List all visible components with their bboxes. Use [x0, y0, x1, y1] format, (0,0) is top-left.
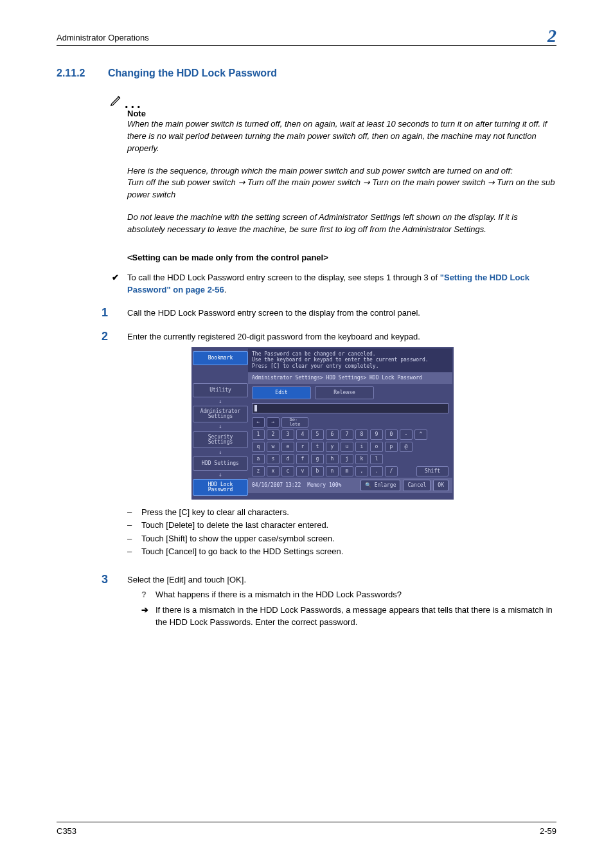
answer-arrow-icon: ➔ — [141, 604, 155, 629]
key[interactable]: . — [370, 466, 383, 476]
step-text: Select the [Edit] and touch [OK]. — [127, 574, 556, 586]
page-header: Administrator Operations 2 — [57, 27, 556, 46]
key[interactable]: @ — [400, 442, 413, 452]
note-paragraph-2: Here is the sequence, through which the … — [127, 165, 556, 177]
key[interactable]: b — [311, 466, 324, 476]
key[interactable]: 9 — [370, 429, 383, 440]
key[interactable]: , — [355, 466, 368, 476]
key[interactable]: - — [400, 429, 413, 440]
key[interactable]: 8 — [355, 429, 368, 440]
arrow-down-icon: ↓ — [218, 400, 222, 403]
key[interactable]: 1 — [252, 429, 265, 440]
key[interactable]: t — [311, 442, 324, 452]
chapter-number: 2 — [547, 27, 556, 45]
key[interactable]: j — [341, 454, 353, 464]
tab-release[interactable]: Release — [315, 386, 374, 399]
panel-instruction: The Password can be changed or canceled.… — [248, 348, 452, 372]
note-block: ... Note When the main power switch is t… — [127, 93, 556, 236]
page-footer: C353 2-59 — [57, 822, 556, 836]
key[interactable]: x — [267, 466, 280, 476]
header-title: Administrator Operations — [57, 33, 149, 45]
key[interactable]: a — [252, 454, 265, 464]
key[interactable]: l — [370, 454, 383, 464]
key[interactable]: 3 — [281, 429, 294, 440]
sidebar-item-security-settings[interactable]: Security Settings — [193, 431, 248, 448]
key[interactable]: / — [385, 466, 398, 476]
pencil-icon — [109, 93, 123, 107]
question-icon: ? — [141, 588, 155, 601]
panel-breadcrumb: Administrator Settings> HDD Settings> HD… — [248, 372, 452, 384]
key[interactable]: g — [311, 454, 324, 464]
key-row-a: asdfghjkl — [252, 454, 449, 464]
sidebar-item-utility[interactable]: Utility — [193, 383, 248, 397]
panel-sidebar: Bookmark Utility ↓ Administrator Setting… — [193, 348, 248, 499]
key[interactable]: s — [267, 454, 280, 464]
key-nav-left[interactable]: ← — [252, 417, 265, 428]
section-heading: 2.11.2Changing the HDD Lock Password — [57, 68, 556, 79]
key[interactable]: r — [296, 442, 309, 452]
key[interactable]: 7 — [341, 429, 353, 440]
key-nav-right[interactable]: → — [267, 417, 280, 428]
key[interactable]: q — [252, 442, 265, 452]
key[interactable]: y — [326, 442, 339, 452]
list-item: Touch [Cancel] to go back to the HDD Set… — [141, 545, 556, 558]
key[interactable]: ^ — [414, 429, 427, 440]
cancel-button[interactable]: Cancel — [403, 480, 431, 491]
key[interactable]: f — [296, 454, 309, 464]
key[interactable]: 4 — [296, 429, 309, 440]
dash-list: Press the [C] key to clear all character… — [141, 506, 556, 558]
panel-date: 04/16/2007 — [252, 482, 283, 489]
arrow-right-icon: → — [488, 177, 495, 187]
key-row-numbers: 1234567890-^ — [252, 429, 449, 440]
sidebar-item-hdd-lock-password[interactable]: HDD Lock Password — [193, 479, 248, 496]
panel-footer: 04/16/2007 13:22 Memory 100% 🔍 Enlarge C… — [248, 478, 452, 493]
check-icon: ✔ — [112, 271, 127, 296]
arrow-down-icon: ↓ — [218, 473, 222, 476]
key[interactable]: 2 — [267, 429, 280, 440]
key[interactable]: o — [370, 442, 383, 452]
note-label: Note — [127, 109, 556, 118]
check-item: ✔ To call the HDD Lock Password entry sc… — [112, 271, 556, 296]
arrow-right-icon: → — [363, 177, 370, 187]
step-1: 1 Call the HDD Lock Password entry scree… — [102, 307, 556, 320]
section-number: 2.11.2 — [57, 68, 108, 79]
key[interactable]: u — [341, 442, 353, 452]
key[interactable]: d — [281, 454, 294, 464]
note-dots-icon: ... — [125, 100, 143, 107]
footer-page: 2-59 — [540, 826, 556, 836]
question-text: What happens if there is a mismatch in t… — [155, 588, 402, 601]
key[interactable]: n — [326, 466, 339, 476]
key[interactable]: h — [326, 454, 339, 464]
sidebar-item-bookmark[interactable]: Bookmark — [193, 351, 248, 365]
note-paragraph-3: Turn off the sub power switch → Turn off… — [127, 177, 556, 201]
arrow-down-icon: ↓ — [218, 425, 222, 428]
control-panel-screenshot: Bookmark Utility ↓ Administrator Setting… — [191, 347, 556, 500]
step-2: 2 Enter the currently registered 20-digi… — [102, 330, 556, 562]
key[interactable]: m — [341, 466, 353, 476]
enlarge-button[interactable]: 🔍 Enlarge — [360, 480, 401, 491]
step-number: 1 — [102, 307, 127, 320]
list-item: Touch [Shift] to show the upper case/sym… — [141, 532, 556, 545]
key[interactable]: 6 — [326, 429, 339, 440]
key-delete[interactable]: De- lete — [281, 417, 308, 428]
key-row-q: qwertyuiop@ — [252, 442, 449, 452]
key[interactable]: i — [355, 442, 368, 452]
answer-text: If there is a mismatch in the HDD Lock P… — [155, 604, 556, 629]
key[interactable]: k — [355, 454, 368, 464]
key[interactable]: 0 — [385, 429, 398, 440]
password-input[interactable] — [252, 403, 449, 413]
step-number: 2 — [102, 330, 127, 562]
note-paragraph-4: Do not leave the machine with the settin… — [127, 212, 556, 236]
key[interactable]: c — [281, 466, 294, 476]
key-shift[interactable]: Shift — [416, 466, 449, 476]
sidebar-item-hdd-settings[interactable]: HDD Settings — [193, 457, 248, 471]
key[interactable]: v — [296, 466, 309, 476]
key[interactable]: p — [385, 442, 398, 452]
tab-edit[interactable]: Edit — [252, 386, 311, 399]
key[interactable]: 5 — [311, 429, 324, 440]
key[interactable]: e — [281, 442, 294, 452]
key[interactable]: z — [252, 466, 265, 476]
sidebar-item-admin-settings[interactable]: Administrator Settings — [193, 406, 248, 422]
ok-button[interactable]: OK — [433, 480, 449, 491]
key[interactable]: w — [267, 442, 280, 452]
